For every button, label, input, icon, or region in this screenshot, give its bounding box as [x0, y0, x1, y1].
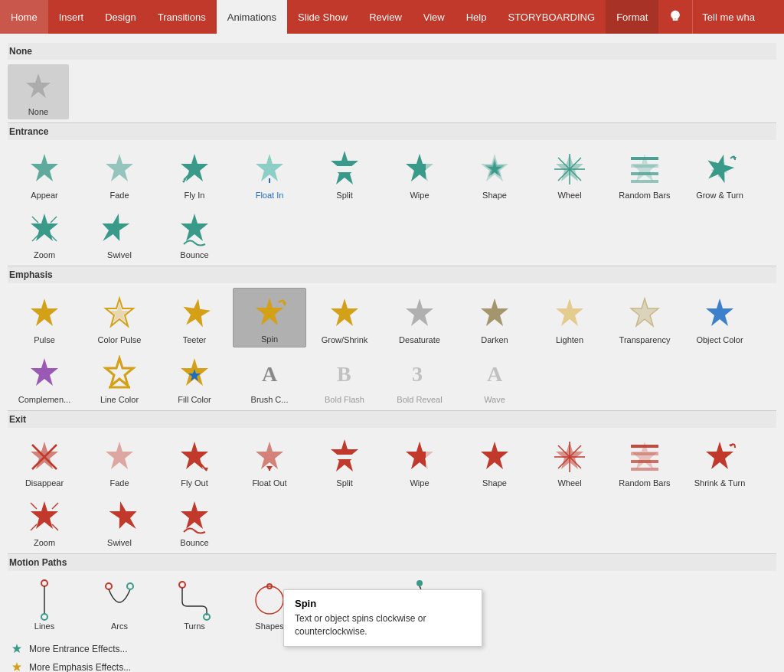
label-float-in: Float In — [256, 191, 284, 200]
anim-spin[interactable]: Spin — [233, 288, 306, 347]
entrance-star-icon — [11, 643, 23, 655]
motion-lines[interactable]: Lines — [8, 576, 81, 634]
menu-storyboarding[interactable]: STORYBOARDING — [497, 0, 606, 34]
anim-pulse[interactable]: Pulse — [8, 288, 81, 347]
label-bounce-entrance: Bounce — [180, 250, 208, 259]
menu-transitions[interactable]: Transitions — [147, 0, 217, 34]
anim-float-out[interactable]: Float Out — [233, 432, 306, 491]
svg-point-109 — [416, 580, 423, 586]
svg-marker-73 — [266, 466, 273, 471]
menu-design[interactable]: Design — [94, 0, 146, 34]
anim-wipe-entrance[interactable]: Wipe — [383, 145, 456, 203]
anim-disappear[interactable]: Disappear — [8, 432, 81, 491]
menu-review[interactable]: Review — [358, 0, 413, 34]
anim-color-pulse[interactable]: Color Pulse — [83, 288, 156, 347]
label-float-out: Float Out — [252, 478, 286, 488]
more-emphasis-effects[interactable]: More Emphasis Effects... — [8, 658, 776, 672]
label-fill-color: Fill Color — [178, 395, 211, 404]
label-wave: Wave — [484, 395, 505, 404]
anim-complementary[interactable]: Complemen... — [8, 349, 81, 407]
menu-help[interactable]: Help — [456, 0, 498, 34]
svg-marker-14 — [406, 154, 433, 181]
anim-wheel-exit[interactable]: Wheel — [533, 432, 606, 491]
anim-teeter[interactable]: Teeter — [158, 288, 231, 347]
anim-grow-turn[interactable]: Grow & Turn — [683, 145, 756, 203]
anim-zoom-exit[interactable]: Zoom — [8, 492, 81, 550]
anim-fade-entrance[interactable]: Fade — [83, 145, 156, 203]
anim-fade-exit[interactable]: Fade — [83, 432, 156, 491]
svg-marker-0 — [26, 73, 51, 98]
menu-slideshow[interactable]: Slide Show — [287, 0, 358, 34]
svg-marker-29 — [703, 151, 737, 184]
svg-point-100 — [41, 614, 47, 620]
anim-zoom-entrance[interactable]: Zoom — [8, 204, 81, 263]
tooltip-title: Spin — [295, 598, 471, 609]
anim-shape-exit[interactable]: Shape — [458, 432, 531, 491]
anim-float-in[interactable]: Float In — [233, 145, 306, 203]
anim-wheel-entrance[interactable]: Wheel — [533, 145, 606, 203]
anim-wipe-exit[interactable]: Wipe — [383, 432, 456, 491]
anim-swivel-exit[interactable]: Swivel — [83, 492, 156, 550]
svg-line-93 — [52, 524, 58, 530]
anim-darken[interactable]: Darken — [458, 288, 531, 347]
anim-shape-entrance[interactable]: Shape — [458, 145, 531, 203]
svg-text:A: A — [262, 362, 278, 386]
label-split-exit: Split — [336, 478, 352, 488]
label-random-bars-entrance: Random Bars — [619, 191, 670, 200]
motion-turns[interactable]: Turns — [158, 576, 231, 634]
motion-arcs[interactable]: Arcs — [83, 576, 156, 634]
anim-shrink-turn[interactable]: Shrink & Turn — [683, 432, 756, 491]
more-emphasis-label: More Emphasis Effects... — [29, 662, 131, 672]
menu-animations[interactable]: Animations — [217, 0, 287, 34]
tell-me-input[interactable]: Tell me wha — [692, 0, 764, 34]
anim-split-entrance[interactable]: Split — [308, 145, 381, 203]
section-motion-paths: Motion Paths — [8, 553, 776, 571]
label-zoom-exit: Zoom — [34, 538, 55, 547]
svg-marker-37 — [101, 214, 132, 241]
svg-marker-2 — [106, 154, 133, 181]
menu-home[interactable]: Home — [0, 0, 48, 34]
anim-fly-in[interactable]: Fly In — [158, 145, 231, 203]
none-grid: None — [8, 64, 776, 119]
anim-random-bars-exit[interactable]: Random Bars — [608, 432, 681, 491]
anim-fill-color[interactable]: Fill Color — [158, 349, 231, 407]
label-pulse: Pulse — [34, 335, 55, 344]
svg-marker-6 — [256, 154, 283, 181]
anim-random-bars-entrance[interactable]: Random Bars — [608, 145, 681, 203]
anim-transparency[interactable]: Transparency — [608, 288, 681, 347]
label-desaturate: Desaturate — [399, 335, 440, 344]
anim-desaturate[interactable]: Desaturate — [383, 288, 456, 347]
svg-marker-32 — [31, 214, 58, 241]
svg-marker-64 — [31, 442, 58, 469]
label-grow-turn: Grow & Turn — [696, 191, 743, 200]
anim-bold-flash[interactable]: B Bold Flash — [308, 349, 381, 407]
label-grow-shrink: Grow/Shrink — [322, 335, 368, 344]
anim-line-color[interactable]: Line Color — [83, 349, 156, 407]
anim-lighten[interactable]: Lighten — [533, 288, 606, 347]
svg-rect-86 — [631, 452, 658, 455]
label-lines: Lines — [34, 621, 54, 631]
svg-point-98 — [41, 580, 47, 586]
menu-insert[interactable]: Insert — [48, 0, 95, 34]
anim-swivel-entrance[interactable]: Swivel — [83, 204, 156, 263]
anim-split-exit[interactable]: Split — [308, 432, 381, 491]
anim-object-color[interactable]: Object Color — [683, 288, 756, 347]
label-swivel-exit: Swivel — [107, 538, 132, 547]
anim-bounce-exit[interactable]: Bounce — [158, 492, 231, 550]
label-darken: Darken — [481, 335, 508, 344]
label-wheel-exit: Wheel — [557, 478, 581, 488]
menu-format[interactable]: Format — [606, 0, 658, 34]
anim-fly-out[interactable]: Fly Out — [158, 432, 231, 491]
anim-none[interactable]: None — [8, 64, 69, 119]
anim-grow-shrink[interactable]: Grow/Shrink — [308, 288, 381, 347]
label-split-entrance: Split — [336, 191, 352, 200]
anim-bold-reveal[interactable]: 3 Bold Reveal — [383, 349, 456, 407]
menu-view[interactable]: View — [413, 0, 456, 34]
svg-marker-56 — [106, 358, 133, 386]
anim-bounce-entrance[interactable]: Bounce — [158, 204, 231, 263]
anim-appear[interactable]: Appear — [8, 145, 81, 203]
section-none: None — [8, 43, 776, 60]
label-bounce-exit: Bounce — [180, 538, 208, 547]
anim-wave[interactable]: A Wave — [458, 349, 531, 407]
anim-brush-color[interactable]: A Brush C... — [233, 349, 306, 407]
